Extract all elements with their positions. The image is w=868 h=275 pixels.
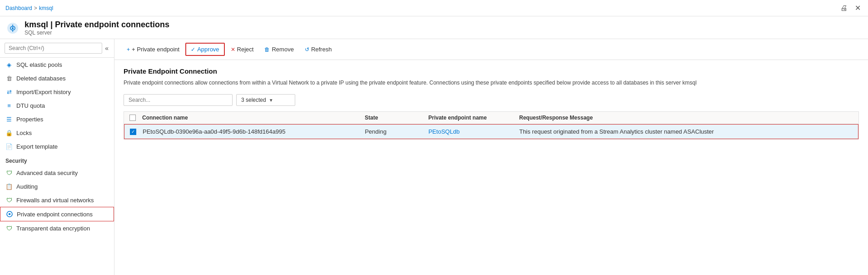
plus-icon: +	[127, 46, 130, 53]
pe-name-link[interactable]: PEtoSQLdb	[428, 128, 460, 135]
svg-point-1	[12, 27, 14, 29]
breadcrumb: Dashboard > kmsql	[5, 5, 53, 11]
filter-label: 3 selected	[241, 97, 266, 103]
page-header: kmsql | Private endpoint connections SQL…	[0, 16, 868, 39]
table-header: Connection name State Private endpoint n…	[124, 112, 858, 124]
diamond-icon: ◈	[5, 61, 13, 68]
sidebar-label-sql-elastic-pools: SQL elastic pools	[16, 61, 62, 68]
svg-point-5	[9, 213, 10, 215]
breadcrumb-kmsql[interactable]: kmsql	[39, 5, 53, 11]
row-message: This request originated from a Stream An…	[519, 128, 853, 135]
section-title: Private Endpoint Connection	[124, 67, 859, 75]
transfer-icon: ⇄	[5, 88, 13, 95]
sidebar-item-auditing[interactable]: 📋 Auditing	[0, 180, 114, 193]
sidebar-item-import-export-history[interactable]: ⇄ Import/Export history	[0, 85, 114, 99]
page-header-text: kmsql | Private endpoint connections SQL…	[25, 20, 169, 36]
header-pe-name: Private endpoint name	[428, 115, 519, 121]
print-button[interactable]: 🖨	[838, 2, 849, 14]
sidebar-item-properties[interactable]: ☰ Properties	[0, 112, 114, 126]
sidebar-label-private-endpoint-connections: Private endpoint connections	[17, 211, 93, 218]
content-area: + + Private endpoint ✓ Approve ✕ Reject …	[114, 39, 868, 275]
sidebar-label-auditing: Auditing	[16, 183, 38, 190]
table-row[interactable]: ✓ PEtoSQLdb-0390e96a-aa0d-49f5-9d6b-148f…	[124, 124, 858, 139]
sidebar-item-transparent-data-encryption[interactable]: 🛡 Transparent data encryption	[0, 221, 114, 235]
sidebar-label-export-template: Export template	[16, 143, 58, 150]
page-subtitle: SQL server	[25, 30, 169, 36]
sidebar-label-dtu-quota: DTU quota	[16, 102, 45, 109]
page-header-icon	[5, 21, 20, 35]
sidebar: « ◈ SQL elastic pools 🗑 Deleted database…	[0, 39, 114, 275]
section-description: Private endpoint connections allow conne…	[124, 79, 714, 87]
shield3-icon: 🛡	[5, 225, 13, 232]
toolbar: + + Private endpoint ✓ Approve ✕ Reject …	[114, 39, 868, 60]
breadcrumb-sep: >	[34, 5, 37, 11]
connections-table: Connection name State Private endpoint n…	[124, 111, 859, 140]
security-section-label: Security	[0, 153, 114, 166]
window-actions: 🖨 ✕	[838, 2, 863, 14]
reject-button[interactable]: ✕ Reject	[226, 43, 259, 55]
lock-icon: 🔒	[5, 129, 13, 136]
refresh-icon: ↺	[305, 46, 309, 53]
chevron-down-icon: ▼	[269, 98, 273, 103]
checkmark-icon: ✓	[191, 46, 195, 53]
x-icon: ✕	[231, 46, 235, 53]
trash-toolbar-icon: 🗑	[264, 46, 270, 53]
sidebar-label-properties: Properties	[16, 116, 43, 123]
link-icon	[6, 210, 13, 218]
sidebar-label-transparent-data-encryption: Transparent data encryption	[16, 225, 90, 232]
breadcrumb-dashboard[interactable]: Dashboard	[5, 5, 32, 11]
sidebar-collapse-button[interactable]: «	[104, 44, 109, 53]
sidebar-label-import-export-history: Import/Export history	[16, 89, 71, 95]
search-input[interactable]	[5, 43, 102, 54]
approve-button[interactable]: ✓ Approve	[185, 43, 224, 56]
shield-icon: 🛡	[5, 169, 13, 176]
sidebar-item-private-endpoint-connections[interactable]: Private endpoint connections	[0, 207, 114, 221]
remove-button[interactable]: 🗑 Remove	[259, 43, 298, 55]
main-layout: « ◈ SQL elastic pools 🗑 Deleted database…	[0, 39, 868, 275]
sidebar-item-sql-elastic-pools[interactable]: ◈ SQL elastic pools	[0, 58, 114, 71]
header-state: State	[365, 115, 428, 121]
top-bar: Dashboard > kmsql 🖨 ✕	[0, 0, 868, 16]
row-check: ✓	[130, 129, 143, 135]
page-content: Private Endpoint Connection Private endp…	[114, 60, 868, 275]
sidebar-label-deleted-databases: Deleted databases	[16, 75, 65, 82]
filters-row: 3 selected ▼	[124, 94, 859, 106]
row-connection-name: PEtoSQLdb-0390e96a-aa0d-49f5-9d6b-148fd1…	[143, 128, 365, 135]
sidebar-item-dtu-quota[interactable]: ≡ DTU quota	[0, 99, 114, 112]
sidebar-label-firewalls-virtual-networks: Firewalls and virtual networks	[16, 197, 94, 204]
row-pe-name: PEtoSQLdb	[428, 128, 519, 135]
sidebar-item-deleted-databases[interactable]: 🗑 Deleted databases	[0, 71, 114, 85]
select-all-checkbox[interactable]	[129, 115, 136, 121]
table-search-input[interactable]	[124, 94, 233, 106]
row-state: Pending	[365, 128, 428, 135]
sidebar-item-firewalls-virtual-networks[interactable]: 🛡 Firewalls and virtual networks	[0, 193, 114, 207]
add-private-endpoint-button[interactable]: + + Private endpoint	[122, 43, 184, 55]
sidebar-item-export-template[interactable]: 📄 Export template	[0, 140, 114, 153]
close-button[interactable]: ✕	[853, 2, 863, 14]
page-title: kmsql | Private endpoint connections	[25, 20, 169, 30]
trash-icon: 🗑	[5, 75, 13, 82]
list-icon: ☰	[5, 115, 13, 123]
header-message: Request/Response Message	[519, 115, 853, 121]
header-check	[129, 115, 142, 121]
file-icon: 📄	[5, 143, 13, 150]
filter-dropdown[interactable]: 3 selected ▼	[236, 94, 295, 106]
sidebar-item-locks[interactable]: 🔒 Locks	[0, 126, 114, 140]
header-connection-name: Connection name	[142, 115, 365, 121]
row-checkbox[interactable]: ✓	[130, 129, 136, 135]
sidebar-search-container: «	[0, 39, 114, 58]
shield2-icon: 🛡	[5, 196, 13, 204]
clipboard-icon: 📋	[5, 183, 13, 190]
refresh-button[interactable]: ↺ Refresh	[300, 43, 337, 55]
bars-icon: ≡	[5, 102, 13, 109]
sidebar-label-locks: Locks	[16, 130, 32, 136]
sidebar-label-advanced-data-security: Advanced data security	[16, 170, 78, 176]
sidebar-item-advanced-data-security[interactable]: 🛡 Advanced data security	[0, 166, 114, 180]
